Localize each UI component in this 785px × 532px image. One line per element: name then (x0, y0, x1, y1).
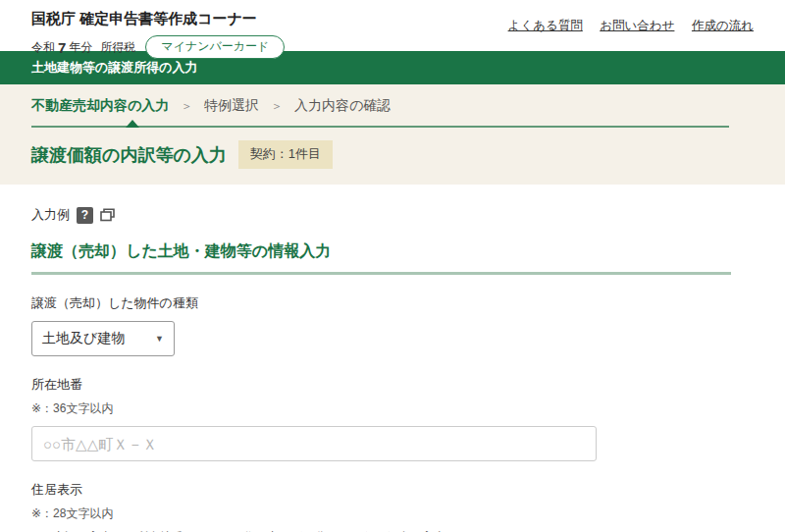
breadcrumb-active-pointer-icon (126, 120, 139, 128)
contract-count-badge: 契約：1件目 (238, 140, 333, 169)
header: 国税庁 確定申告書等作成コーナー 令和 7 年分 所得税 マイナンバーカード よ… (0, 0, 785, 51)
contact-link[interactable]: お問い合わせ (600, 19, 674, 32)
address-note-1: ※：28文字以内 (31, 505, 754, 522)
era-year-suffix: 年分 (69, 39, 92, 56)
breadcrumb-step-special: 特例選択 (204, 97, 259, 113)
section-title: 譲渡（売却）した土地・建物等の情報入力 (31, 241, 731, 275)
header-links: よくある質問 お問い合わせ 作成の流れ (495, 18, 754, 51)
title-band: 不動産売却内容の入力 ＞ 特例選択 ＞ 入力内容の確認 譲渡価額の内訳等の入力 … (0, 84, 785, 185)
breadcrumb: 不動産売却内容の入力 ＞ 特例選択 ＞ 入力内容の確認 (31, 97, 729, 128)
lot-number-input[interactable] (31, 426, 597, 461)
header-left: 国税庁 確定申告書等作成コーナー 令和 7 年分 所得税 マイナンバーカード (31, 6, 285, 51)
address-label: 住居表示 (31, 481, 754, 499)
breadcrumb-step-confirm: 入力内容の確認 (294, 97, 391, 113)
help-question-icon[interactable]: ? (77, 207, 93, 224)
page-title: 譲渡価額の内訳等の入力 (31, 143, 227, 167)
tax-year-row: 令和 7 年分 所得税 マイナンバーカード (31, 35, 285, 59)
app-title: 国税庁 確定申告書等作成コーナー (31, 10, 285, 28)
faq-link[interactable]: よくある質問 (508, 19, 583, 32)
lot-number-note: ※：36文字以内 (31, 400, 754, 417)
era-label: 令和 (31, 39, 55, 56)
input-example-label: 入力例 (31, 206, 70, 224)
property-type-group: 譲渡（売却）した物件の種類 土地及び建物 ▼ (31, 294, 754, 356)
breadcrumb-step-sale-input: 不動産売却内容の入力 (31, 97, 169, 113)
tax-type-label: 所得税 (100, 39, 135, 56)
breadcrumb-separator: ＞ (181, 99, 192, 113)
lot-number-label: 所在地番 (31, 376, 754, 394)
breadcrumb-separator: ＞ (271, 99, 283, 113)
main-content: 入力例 ? 譲渡（売却）した土地・建物等の情報入力 譲渡（売却）した物件の種類 … (0, 185, 785, 532)
open-new-window-icon[interactable] (100, 208, 115, 222)
property-type-value: 土地及び建物 (42, 330, 125, 347)
lot-number-group: 所在地番 ※：36文字以内 (31, 376, 754, 461)
flow-link[interactable]: 作成の流れ (692, 19, 754, 32)
section-bar-title: 土地建物等の譲渡所得の入力 (31, 59, 198, 77)
address-group: 住居表示 ※：28文字以内 ※：上記で入力した所在地番について、住居表示がお分か… (31, 481, 754, 532)
page-title-row: 譲渡価額の内訳等の入力 契約：1件目 (31, 140, 754, 169)
mynumber-card-badge: マイナンバーカード (145, 35, 285, 59)
chevron-down-icon: ▼ (155, 334, 164, 344)
property-type-select[interactable]: 土地及び建物 ▼ (31, 321, 175, 356)
property-type-label: 譲渡（売却）した物件の種類 (31, 294, 754, 312)
era-year: 7 (58, 39, 66, 56)
input-example-row: 入力例 ? (31, 206, 754, 224)
